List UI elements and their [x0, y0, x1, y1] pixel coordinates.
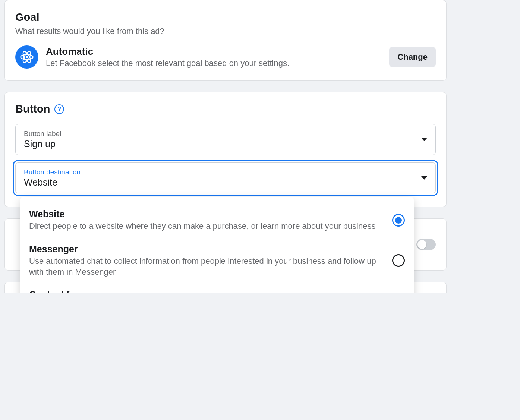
destination-option-contact-form[interactable]: Contact form Use a form to collect custo…: [29, 284, 405, 293]
goal-subtitle: What results would you like from this ad…: [15, 26, 436, 37]
button-label-field-label: Button label: [24, 130, 61, 138]
option-title: Contact form: [29, 289, 383, 293]
option-desc: Direct people to a website where they ca…: [29, 221, 383, 232]
goal-row: Automatic Let Facebook select the most r…: [15, 45, 436, 69]
button-destination-select[interactable]: Button destination Website: [15, 162, 436, 193]
button-label-select[interactable]: Button label Sign up: [15, 124, 436, 155]
help-icon[interactable]: ?: [54, 104, 64, 114]
goal-selected-desc: Let Facebook select the most relevant go…: [46, 58, 382, 69]
svg-point-3: [26, 56, 28, 58]
button-card-wrap: Button ? Button label Sign up Button des…: [4, 92, 447, 207]
goal-card: Goal What results would you like from th…: [4, 0, 447, 81]
radio-selected-icon[interactable]: [392, 214, 405, 227]
destination-option-website[interactable]: Website Direct people to a website where…: [29, 203, 405, 239]
button-label-field-value: Sign up: [24, 139, 61, 149]
button-destination-field-value: Website: [24, 177, 81, 188]
option-desc: Use automated chat to collect informatio…: [29, 256, 383, 277]
button-destination-field-label: Button destination: [24, 168, 81, 176]
destination-option-messenger[interactable]: Messenger Use automated chat to collect …: [29, 239, 405, 284]
goal-selected-name: Automatic: [46, 46, 382, 57]
button-card: Button ? Button label Sign up Button des…: [4, 92, 447, 207]
automatic-goal-icon: [15, 45, 38, 69]
change-button[interactable]: Change: [389, 47, 436, 67]
chevron-down-icon: [421, 138, 427, 141]
button-heading-row: Button ?: [15, 103, 436, 115]
toggle-switch[interactable]: [416, 239, 436, 250]
chevron-down-icon: [421, 176, 427, 180]
option-title: Website: [29, 209, 383, 220]
radio-unselected-icon[interactable]: [392, 254, 405, 267]
button-heading: Button: [15, 103, 50, 115]
destination-dropdown: Website Direct people to a website where…: [20, 197, 414, 293]
goal-text: Automatic Let Facebook select the most r…: [46, 46, 382, 69]
option-title: Messenger: [29, 244, 383, 255]
goal-heading: Goal: [15, 11, 436, 24]
